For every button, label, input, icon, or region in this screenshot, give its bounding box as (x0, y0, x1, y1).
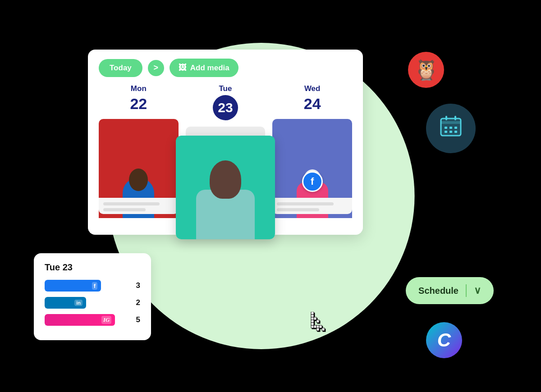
svg-rect-5 (311, 325, 314, 328)
tuesday-number: 23 (213, 95, 238, 120)
svg-rect-6 (314, 317, 316, 320)
instagram-bar-wrap: IG (45, 314, 128, 326)
schedule-divider (466, 284, 467, 297)
svg-rect-21 (454, 131, 457, 133)
monday-card-lines (99, 198, 179, 214)
linkedin-stat-row: in 2 (45, 297, 140, 309)
svg-rect-18 (454, 127, 457, 129)
stats-title: Tue 23 (45, 262, 140, 273)
tuesday-label: Tue (219, 84, 232, 93)
svg-rect-16 (445, 127, 447, 129)
wednesday-card-lines (272, 198, 352, 214)
monday-line-1 (103, 202, 160, 205)
wednesday-post-card[interactable]: f (272, 119, 352, 218)
wednesday-label: Wed (304, 84, 321, 93)
schedule-chevron-icon: ∨ (474, 285, 481, 296)
hootsuite-badge: 🦉 (408, 52, 444, 88)
linkedin-count: 2 (132, 298, 140, 307)
wednesday-line-1 (277, 202, 333, 205)
facebook-bar-wrap: f (45, 280, 128, 292)
facebook-icon: f (311, 176, 314, 187)
svg-rect-1 (311, 315, 314, 317)
monday-number: 22 (130, 95, 147, 113)
svg-rect-10 (319, 325, 322, 328)
monday-post-card[interactable] (99, 119, 179, 218)
facebook-bar: f (45, 280, 101, 292)
add-media-label: Add media (190, 64, 229, 73)
svg-rect-7 (316, 320, 319, 323)
svg-rect-19 (445, 131, 447, 133)
man-photo (176, 136, 275, 239)
media-icon: 🖼 (179, 63, 187, 73)
instagram-count: 5 (132, 315, 140, 324)
facebook-badge: f (302, 171, 323, 192)
monday-line-2 (103, 208, 146, 211)
facebook-stat-row: f 3 (45, 280, 140, 292)
svg-rect-0 (311, 312, 314, 315)
calendar-icon (438, 113, 463, 144)
next-button[interactable]: > (148, 60, 164, 76)
bottom-photo (176, 136, 275, 239)
today-button[interactable]: Today (99, 59, 142, 77)
stats-card: Tue 23 f 3 in 2 IG (34, 253, 151, 340)
calendar-toolbar: Today > 🖼 Add media (88, 50, 363, 84)
linkedin-bar-wrap: in (45, 297, 128, 309)
instagram-bar-icon: IG (101, 316, 111, 324)
svg-rect-11 (316, 328, 319, 331)
svg-rect-20 (449, 131, 452, 133)
calendar-card: Today > 🖼 Add media Mon 22 (88, 50, 363, 235)
scene: Today > 🖼 Add media Mon 22 (0, 0, 541, 392)
cursor-icon (308, 312, 330, 333)
wednesday-line-2 (277, 208, 319, 211)
instagram-stat-row: IG 5 (45, 314, 140, 326)
svg-rect-3 (311, 320, 314, 323)
schedule-button[interactable]: Schedule ∨ (406, 277, 494, 304)
canva-badge: C (426, 322, 462, 358)
svg-rect-4 (311, 323, 314, 325)
monday-label: Mon (131, 84, 147, 93)
linkedin-bar-icon: in (74, 300, 83, 306)
calendar-badge (426, 104, 476, 153)
svg-rect-15 (441, 121, 461, 124)
add-media-button[interactable]: 🖼 Add media (170, 59, 238, 77)
canva-icon: C (437, 329, 451, 351)
facebook-count: 3 (132, 281, 140, 290)
instagram-bar: IG (45, 314, 115, 326)
monday-column: Mon 22 (95, 84, 182, 226)
wednesday-number: 24 (304, 95, 321, 113)
svg-rect-12 (322, 328, 325, 331)
svg-rect-23 (454, 116, 456, 120)
svg-rect-9 (316, 325, 319, 328)
facebook-bar-icon: f (92, 282, 97, 290)
owl-icon: 🦉 (414, 58, 439, 82)
svg-rect-22 (445, 116, 447, 120)
svg-rect-17 (449, 127, 452, 129)
linkedin-bar: in (45, 297, 86, 309)
svg-rect-8 (314, 325, 316, 328)
schedule-label: Schedule (418, 286, 458, 296)
svg-rect-2 (311, 317, 314, 320)
wednesday-column: Wed 24 f (269, 84, 356, 226)
